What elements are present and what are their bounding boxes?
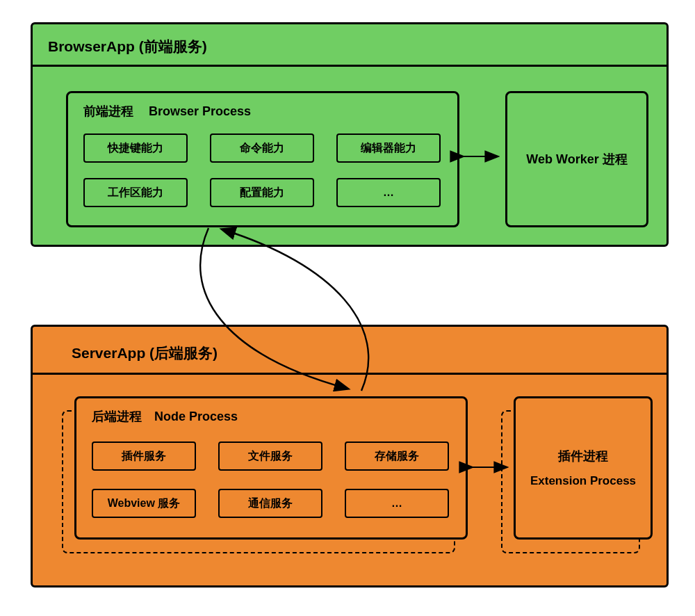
node-process-box: 后端进程 Node Process 插件服务 文件服务 存储服务 Webview… bbox=[74, 396, 468, 540]
browser-process-header: 前端进程 Browser Process bbox=[83, 103, 251, 120]
service-webview: Webview 服务 bbox=[92, 489, 196, 518]
node-process-cn-label: 后端进程 bbox=[92, 408, 142, 425]
capability-command: 命令能力 bbox=[210, 133, 314, 163]
service-row: 插件服务 文件服务 存储服务 bbox=[92, 441, 449, 471]
browser-process-box: 前端进程 Browser Process 快捷键能力 命令能力 编辑器能力 工作… bbox=[66, 91, 459, 227]
divider bbox=[33, 65, 667, 67]
extension-process-box: 插件进程 Extension Process bbox=[514, 396, 653, 540]
capability-more: … bbox=[336, 178, 441, 207]
node-process-header: 后端进程 Node Process bbox=[92, 408, 238, 425]
browser-app-container: BrowserApp (前端服务) 前端进程 Browser Process 快… bbox=[31, 22, 669, 247]
web-worker-box: Web Worker 进程 bbox=[505, 91, 648, 227]
service-row: Webview 服务 通信服务 … bbox=[92, 489, 449, 518]
capability-editor: 编辑器能力 bbox=[336, 133, 441, 163]
service-plugin: 插件服务 bbox=[92, 441, 196, 471]
capability-row: 快捷键能力 命令能力 编辑器能力 bbox=[83, 133, 441, 163]
service-storage: 存储服务 bbox=[345, 441, 449, 471]
service-comm: 通信服务 bbox=[218, 489, 322, 518]
capability-config: 配置能力 bbox=[210, 178, 314, 207]
service-more: … bbox=[345, 489, 449, 518]
browser-app-title: BrowserApp (前端服务) bbox=[48, 37, 207, 56]
architecture-diagram: BrowserApp (前端服务) 前端进程 Browser Process 快… bbox=[0, 0, 695, 616]
extension-process-cn-label: 插件进程 bbox=[558, 448, 608, 464]
extension-process-en-label: Extension Process bbox=[530, 474, 636, 488]
service-file: 文件服务 bbox=[218, 441, 322, 471]
divider bbox=[33, 373, 667, 375]
web-worker-label: Web Worker 进程 bbox=[526, 151, 627, 168]
server-app-title: ServerApp (后端服务) bbox=[72, 343, 218, 363]
capability-workspace: 工作区能力 bbox=[83, 178, 188, 207]
capability-shortcut: 快捷键能力 bbox=[83, 133, 188, 163]
capability-row: 工作区能力 配置能力 … bbox=[83, 178, 441, 207]
server-app-container: ServerApp (后端服务) 后端进程 Node Process 插件服务 … bbox=[31, 325, 669, 587]
node-process-en-label: Node Process bbox=[154, 410, 238, 424]
browser-process-cn-label: 前端进程 bbox=[83, 103, 133, 120]
browser-process-en-label: Browser Process bbox=[149, 104, 251, 119]
